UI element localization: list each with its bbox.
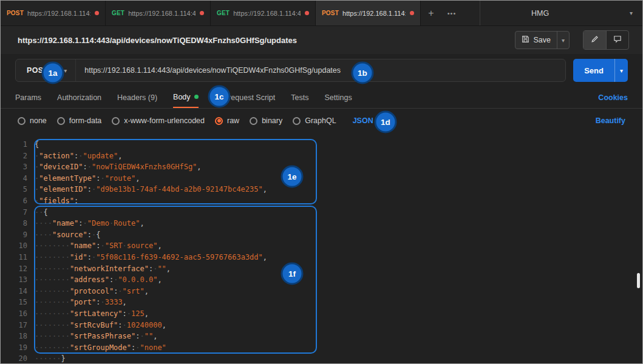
annotation-badge-1a: 1a	[42, 62, 64, 84]
body-type-label: binary	[262, 116, 282, 125]
code-area[interactable]: 1{2·"action":·"update",3·"deviceID":·"no…	[3, 139, 642, 364]
line-number: 8	[3, 218, 27, 229]
send-options-button[interactable]: ▾	[614, 59, 628, 82]
save-button[interactable]: Save ▾	[515, 31, 570, 49]
tab-authorization[interactable]: Authorization	[57, 87, 101, 108]
body-type-label: form-data	[69, 116, 102, 125]
body-type-raw-selected[interactable]: raw	[215, 116, 239, 125]
header-icon-buttons	[583, 30, 629, 50]
line-number: 12	[3, 263, 27, 275]
code-line: 16········"srtLatency":·125,	[3, 308, 642, 320]
workspace-name: HMG	[531, 9, 549, 18]
tab-tests[interactable]: Tests	[291, 87, 308, 108]
save-options-button[interactable]: ▾	[557, 32, 569, 49]
body-type-none[interactable]: none	[18, 116, 47, 125]
code-line: 14········"protocol":·"srt",	[3, 286, 642, 297]
tab-params[interactable]: Params	[15, 87, 41, 108]
body-type-bar: none form-data x-www-form-urlencoded raw…	[1, 109, 642, 133]
tab-url: https://192.168.1.114:4	[342, 10, 406, 17]
annotation-badge-1c: 1c	[208, 86, 231, 108]
postman-window: POST https://192.168.1.114:4 GET https:/…	[0, 0, 643, 364]
request-subtabs: Params Authorization Headers (9) Body Pr…	[1, 87, 642, 109]
request-header: https://192.168.1.114:443/api/devices/no…	[1, 26, 642, 54]
line-number: 15	[3, 297, 27, 308]
workspace-selector[interactable]: HMG ▾	[480, 1, 642, 25]
line-number: 6	[3, 195, 27, 207]
request-title: https://192.168.1.114:443/api/devices/no…	[18, 36, 297, 45]
line-number: 18	[3, 331, 27, 342]
pencil-icon	[591, 35, 599, 46]
line-number: 9	[3, 229, 27, 241]
line-number: 4	[3, 173, 27, 184]
request-header-actions: Save ▾	[515, 30, 629, 50]
body-type-binary[interactable]: binary	[250, 116, 282, 125]
code-line: 1{	[3, 139, 642, 150]
body-type-label: x-www-form-urlencoded	[124, 116, 205, 125]
line-number: 20	[3, 353, 27, 364]
unsaved-dot-icon	[95, 11, 99, 15]
annotation-badge-1b: 1b	[352, 62, 374, 84]
editor-scrollbar-thumb[interactable]	[637, 273, 640, 288]
radio-icon	[57, 117, 65, 125]
code-line: 18········"srtPassPhrase":·"",	[3, 331, 642, 342]
body-content-dot-icon	[194, 95, 199, 99]
annotation-badge-1d: 1d	[375, 111, 397, 133]
tabbar-spacer	[462, 1, 480, 25]
edit-button[interactable]	[583, 31, 606, 49]
code-line: 15········"port":·3333,	[3, 297, 642, 308]
line-number: 19	[3, 342, 27, 354]
tab-headers[interactable]: Headers (9)	[117, 87, 157, 108]
tab-body-label: Body	[173, 93, 191, 101]
tab-settings[interactable]: Settings	[324, 87, 352, 108]
chevron-down-icon: ▾	[64, 67, 67, 74]
annotation-badge-1e: 1e	[281, 166, 304, 188]
body-type-form-data[interactable]: form-data	[57, 116, 102, 125]
comments-button[interactable]	[606, 31, 628, 49]
line-number: 14	[3, 286, 27, 297]
code-line: 5·"elementID":·"d9be13b1-74af-44bd-a2b0-…	[3, 184, 642, 195]
unsaved-dot-icon	[305, 11, 309, 15]
code-line: 9····"source":·{	[3, 229, 642, 241]
new-tab-button[interactable]: +	[421, 1, 441, 25]
radio-selected-icon	[215, 117, 223, 125]
url-input[interactable]: https://192.168.1.114:443/api/devices/no…	[76, 66, 565, 75]
language-select-value: JSON	[353, 116, 373, 125]
tab-body[interactable]: Body	[173, 87, 199, 108]
body-editor[interactable]: 1{2·"action":·"update",3·"deviceID":·"no…	[1, 133, 642, 364]
send-button[interactable]: Send ▾	[573, 59, 628, 82]
body-type-x-www-form-urlencoded[interactable]: x-www-form-urlencoded	[112, 116, 205, 125]
code-line: 4·"elementType":·"route",	[3, 173, 642, 184]
beautify-link[interactable]: Beautify	[596, 116, 625, 125]
cookies-link[interactable]: Cookies	[598, 93, 628, 102]
tab-url: https://192.168.1.114:4	[27, 10, 90, 17]
code-line: 10········"name":·"SRT·source",	[3, 240, 642, 252]
request-tab-2[interactable]: GET https://192.168.1.114:44	[106, 1, 211, 25]
code-line: 3·"deviceID":·"nowTiQEDW4xFnzhs0GHfSg",	[3, 161, 642, 173]
url-builder-row: POST ▾ https://192.168.1.114:443/api/dev…	[1, 54, 642, 87]
request-tab-1[interactable]: POST https://192.168.1.114:4	[1, 1, 106, 25]
tab-url: https://192.168.1.114:44	[128, 10, 196, 17]
line-number: 17	[3, 320, 27, 331]
code-line: 19········"srtGroupMode":·"none"	[3, 342, 642, 354]
request-tab-3[interactable]: GET https://192.168.1.114:44	[211, 1, 316, 25]
code-line: 8····"name":·"Demo·Route",	[3, 218, 642, 229]
chevron-down-icon: ▾	[562, 37, 565, 44]
line-number: 2	[3, 150, 27, 162]
body-type-graphql[interactable]: GraphQL	[293, 116, 336, 125]
body-type-label: none	[30, 116, 47, 125]
tab-bar: POST https://192.168.1.114:4 GET https:/…	[1, 1, 642, 26]
line-number: 3	[3, 161, 27, 173]
radio-icon	[293, 117, 301, 125]
line-number: 7	[3, 207, 27, 218]
request-tab-4-active[interactable]: POST https://192.168.1.114:4	[316, 1, 421, 25]
code-line: 7··{	[3, 207, 642, 218]
url-box: POST ▾ https://192.168.1.114:443/api/dev…	[15, 59, 566, 82]
code-line: 20······}	[3, 353, 642, 364]
radio-icon	[18, 117, 26, 125]
line-number: 16	[3, 308, 27, 320]
tab-method-badge: POST	[7, 10, 24, 16]
tab-options-button[interactable]: •••	[441, 1, 462, 25]
code-line: 12········"networkInterface":·"",	[3, 263, 642, 275]
save-button-label: Save	[533, 36, 551, 44]
unsaved-dot-icon	[410, 11, 414, 15]
